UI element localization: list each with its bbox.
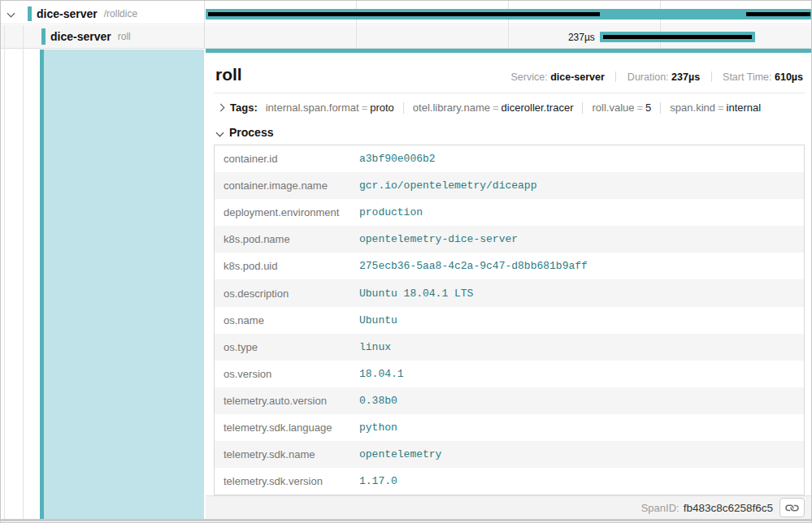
operation-name: roll [118, 31, 131, 42]
selected-span-highlight [44, 50, 204, 519]
table-row: telemetry.auto.version0.38b0 [215, 387, 804, 414]
span-detail-panel: roll Service: dice-server Duration: 237µ… [206, 49, 812, 519]
span-detail-footer: SpanID: fb483c8c6258f6c5 [206, 495, 812, 519]
duration-value: 237µs [671, 71, 700, 83]
jaeger-trace-view: dice-server /rolldice dice-server roll 2… [0, 0, 812, 523]
tags-accordion-toggle[interactable]: Tags: internal.span.format=proto otel.li… [214, 93, 805, 121]
chevron-down-icon [216, 128, 224, 136]
tag-summary-item: span.kind=internal [670, 102, 761, 114]
critical-path-segment [603, 35, 752, 39]
span-bar-rolldice[interactable] [206, 9, 811, 19]
tag-summary-item: roll.value=5 [592, 102, 651, 114]
table-row: os.version18.04.1 [215, 361, 804, 387]
table-row: k8s.pod.nameopentelemetry-dice-server [215, 226, 804, 253]
table-row: os.nameUbuntu [215, 307, 804, 334]
table-row: container.ida3bf90e006b2 [215, 145, 804, 172]
horizontal-scrollbar[interactable] [1, 519, 811, 521]
duration-label: Duration: [627, 71, 669, 83]
tag-summary-item: internal.span.format=proto [266, 102, 394, 114]
table-row: os.descriptionUbuntu 18.04.1 LTS [215, 279, 804, 306]
indent-guide [4, 25, 5, 48]
table-row: deployment.environmentproduction [215, 199, 804, 226]
span-name-cell[interactable]: dice-server /rolldice [1, 4, 204, 24]
span-row-rolldice[interactable]: dice-server /rolldice [1, 4, 812, 24]
indent-guide [23, 49, 24, 519]
span-name-cell[interactable]: dice-server roll [1, 25, 204, 48]
service-name: dice-server [37, 7, 98, 20]
spanid-label: SpanID: [641, 502, 680, 514]
chevron-right-icon [217, 104, 225, 112]
meta-separator [615, 71, 616, 82]
deep-link-button[interactable] [779, 498, 805, 517]
service-name: dice-server [50, 30, 111, 43]
table-row: k8s.pod.uid275ecb36-5aa8-4c2a-9c47-d8bb6… [215, 253, 804, 279]
span-meta: Service: dice-server Duration: 237µs Sta… [511, 71, 803, 83]
spanid-value: fb483c8c6258f6c5 [684, 502, 773, 514]
selected-span-left-pane [1, 49, 204, 519]
start-time-value: 610µs [775, 71, 803, 83]
span-row-roll[interactable]: dice-server roll 237µs [1, 25, 812, 49]
tag-summary-item: otel.library.name=diceroller.tracer [413, 102, 574, 114]
tag-separator [403, 102, 404, 114]
service-label: Service: [511, 71, 548, 83]
service-color-bar [28, 6, 32, 21]
start-time-label: Start Time: [723, 71, 771, 83]
span-detail-header: roll Service: dice-server Duration: 237µ… [214, 53, 805, 93]
meta-separator [711, 71, 712, 82]
tags-header: Tags: [230, 102, 258, 114]
indent-guide [23, 25, 24, 48]
table-row: container.image.namegcr.io/opentelemetry… [215, 172, 804, 199]
process-accordion-toggle[interactable]: Process [214, 121, 805, 145]
tag-separator [660, 102, 661, 114]
table-row: telemetry.sdk.languagepython [215, 414, 804, 441]
table-row: telemetry.sdk.nameopentelemetry [215, 441, 804, 468]
table-row: os.typelinux [215, 334, 804, 361]
tag-separator [582, 102, 583, 114]
critical-path-segment [746, 12, 810, 16]
span-timeline-cell[interactable] [204, 4, 812, 24]
link-icon [784, 499, 801, 517]
critical-path-segment [208, 12, 599, 16]
indent-guide [4, 49, 5, 519]
operation-name: /rolldice [104, 8, 137, 19]
span-duration-label: 237µs [568, 32, 595, 43]
service-value: dice-server [550, 71, 605, 83]
table-row: telemetry.sdk.version1.17.0 [215, 468, 804, 495]
span-title: roll [215, 65, 242, 84]
span-bar-roll[interactable] [600, 32, 755, 42]
name-column-divider [204, 1, 205, 49]
service-color-bar [40, 50, 44, 519]
process-key-values-table: container.ida3bf90e006b2 container.image… [214, 145, 805, 495]
process-header: Process [229, 126, 273, 139]
service-color-bar [41, 28, 46, 45]
span-timeline-cell[interactable]: 237µs [204, 25, 812, 48]
collapse-chevron-icon[interactable] [7, 10, 15, 18]
